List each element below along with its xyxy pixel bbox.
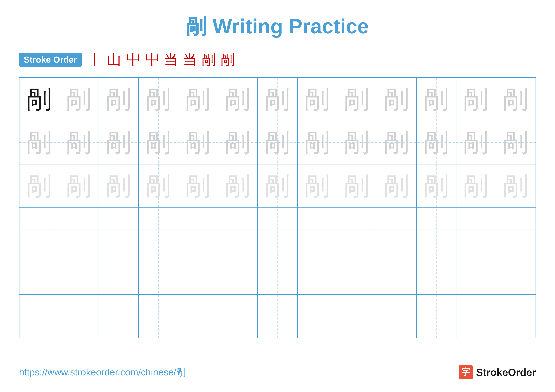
grid-cell[interactable]: 剮 <box>456 121 496 164</box>
stroke-3: 屮 <box>126 50 140 69</box>
grid-cell[interactable]: 剮 <box>337 78 377 121</box>
grid-cell[interactable] <box>19 251 59 294</box>
logo-char: 字 <box>461 366 470 378</box>
grid-cell[interactable] <box>496 251 536 294</box>
grid-cell[interactable] <box>59 294 99 338</box>
grid-cell[interactable] <box>59 251 99 294</box>
grid-cell[interactable]: 剮 <box>377 164 416 208</box>
grid-cell[interactable]: 剮 <box>139 121 178 164</box>
practice-character: 剮 <box>225 173 250 199</box>
grid-cell[interactable]: 剮 <box>139 164 178 208</box>
grid-cell[interactable] <box>19 294 59 338</box>
grid-cell[interactable]: 剮 <box>258 78 297 121</box>
grid-cell[interactable]: 剮 <box>19 78 59 121</box>
grid-cell[interactable] <box>59 208 99 251</box>
stroke-7: 剮 <box>202 50 216 69</box>
grid-cell[interactable] <box>258 208 297 251</box>
grid-cell[interactable] <box>178 208 218 251</box>
grid-cell[interactable] <box>258 294 297 338</box>
grid-cell[interactable]: 剮 <box>59 121 99 164</box>
grid-cell[interactable]: 剮 <box>377 121 416 164</box>
footer: https://www.strokeorder.com/chinese/剮 字 … <box>19 365 536 379</box>
grid-cell[interactable]: 剮 <box>218 164 258 208</box>
grid-cell[interactable] <box>456 294 496 338</box>
stroke-sequence: ⼁ 山 屮 屮 当 当 剮 剮 <box>88 50 235 69</box>
grid-cell[interactable] <box>178 251 218 294</box>
grid-cell[interactable] <box>456 208 496 251</box>
logo-icon: 字 <box>459 365 473 379</box>
grid-cell[interactable]: 剮 <box>297 78 337 121</box>
grid-cell[interactable]: 剮 <box>178 78 218 121</box>
grid-cell[interactable]: 剮 <box>258 121 297 164</box>
practice-character: 剮 <box>344 173 370 199</box>
grid-cell[interactable] <box>297 208 337 251</box>
grid-cell[interactable] <box>377 208 416 251</box>
grid-cell[interactable] <box>416 294 456 338</box>
practice-character: 剮 <box>305 173 330 199</box>
grid-cell[interactable] <box>139 294 178 338</box>
grid-cell[interactable] <box>337 294 377 338</box>
practice-character: 剮 <box>185 173 211 199</box>
stroke-order-row: Stroke Order ⼁ 山 屮 屮 当 当 剮 剮 <box>19 50 536 69</box>
practice-character: 剮 <box>106 173 131 199</box>
grid-cell[interactable] <box>416 208 456 251</box>
grid-cell[interactable] <box>139 208 178 251</box>
grid-cell[interactable]: 剮 <box>337 121 377 164</box>
grid-cell[interactable]: 剮 <box>337 164 377 208</box>
grid-cell[interactable]: 剮 <box>19 164 59 208</box>
grid-cell[interactable]: 剮 <box>496 164 536 208</box>
grid-cell[interactable] <box>377 294 416 338</box>
title-character: 剮 <box>186 15 207 38</box>
grid-cell[interactable] <box>416 251 456 294</box>
practice-character: 剮 <box>106 130 131 155</box>
grid-cell[interactable] <box>297 294 337 338</box>
grid-cell[interactable]: 剮 <box>178 164 218 208</box>
practice-character: 剮 <box>305 86 330 112</box>
grid-cell[interactable]: 剮 <box>59 78 99 121</box>
practice-character: 剮 <box>66 173 92 199</box>
grid-cell[interactable]: 剮 <box>377 78 416 121</box>
stroke-order-badge: Stroke Order <box>19 53 82 67</box>
grid-cell[interactable] <box>337 251 377 294</box>
grid-cell[interactable] <box>218 208 258 251</box>
grid-cell[interactable]: 剮 <box>416 78 456 121</box>
stroke-4: 屮 <box>145 50 159 69</box>
grid-cell[interactable]: 剮 <box>416 121 456 164</box>
grid-cell[interactable] <box>139 251 178 294</box>
grid-cell[interactable] <box>337 208 377 251</box>
grid-cell[interactable]: 剮 <box>456 164 496 208</box>
grid-cell[interactable] <box>218 251 258 294</box>
grid-cell[interactable]: 剮 <box>19 121 59 164</box>
grid-cell[interactable] <box>178 294 218 338</box>
practice-character: 剮 <box>146 86 171 112</box>
practice-character: 剮 <box>66 130 92 155</box>
grid-cell[interactable] <box>258 251 297 294</box>
grid-cell[interactable]: 剮 <box>496 78 536 121</box>
grid-cell[interactable]: 剮 <box>99 121 139 164</box>
grid-cell[interactable] <box>297 251 337 294</box>
grid-cell[interactable] <box>377 251 416 294</box>
grid-cell[interactable]: 剮 <box>416 164 456 208</box>
grid-cell[interactable]: 剮 <box>99 164 139 208</box>
stroke-2: 山 <box>107 50 121 69</box>
grid-cell[interactable]: 剮 <box>178 121 218 164</box>
grid-cell[interactable] <box>496 208 536 251</box>
grid-cell[interactable]: 剮 <box>456 78 496 121</box>
grid-cell[interactable] <box>99 294 139 338</box>
grid-cell[interactable] <box>456 251 496 294</box>
grid-cell[interactable]: 剮 <box>99 78 139 121</box>
grid-cell[interactable]: 剮 <box>297 164 337 208</box>
footer-url[interactable]: https://www.strokeorder.com/chinese/剮 <box>19 366 186 379</box>
grid-cell[interactable]: 剮 <box>297 121 337 164</box>
grid-cell[interactable]: 剮 <box>139 78 178 121</box>
grid-cell[interactable] <box>99 208 139 251</box>
grid-cell[interactable] <box>218 294 258 338</box>
grid-cell[interactable] <box>99 251 139 294</box>
grid-cell[interactable]: 剮 <box>218 121 258 164</box>
grid-cell[interactable]: 剮 <box>218 78 258 121</box>
grid-cell[interactable] <box>19 208 59 251</box>
grid-cell[interactable]: 剮 <box>258 164 297 208</box>
grid-cell[interactable]: 剮 <box>59 164 99 208</box>
grid-cell[interactable] <box>496 294 536 338</box>
grid-cell[interactable]: 剮 <box>496 121 536 164</box>
